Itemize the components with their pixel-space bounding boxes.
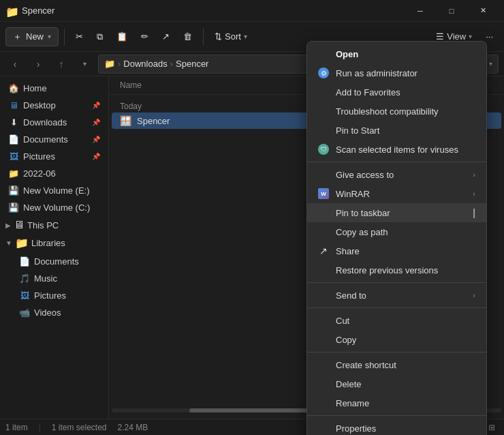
downloads-icon: ⬇ <box>8 117 19 127</box>
ctx-send-to-arrow-icon: › <box>473 291 475 299</box>
ctx-item-pin-start[interactable]: Pin to Start <box>307 121 486 140</box>
ctx-troubleshoot-label: Troubleshoot compatibility <box>336 106 475 117</box>
copy-tool-button[interactable]: ⧉ <box>91 26 108 48</box>
folder-2022-icon: 📁 <box>8 168 19 179</box>
sidebar-item-drive-e[interactable]: 💾 New Volume (E:) <box>3 182 106 198</box>
sidebar-item-lib-videos[interactable]: 📹 Videos <box>3 304 106 320</box>
ctx-item-scan-virus[interactable]: 🛡 Scan selected items for viruses <box>307 140 486 159</box>
sort-chevron-icon: ▾ <box>244 33 247 40</box>
file-windows-icon: 🪟 <box>120 115 131 126</box>
sidebar-section-this-pc[interactable]: ▶ 🖥 This PC <box>0 216 108 234</box>
share-tool-button[interactable]: ↗ <box>157 26 175 48</box>
sidebar-item-2022-06[interactable]: 📁 2022-06 <box>3 165 106 181</box>
ctx-share-icon: ↗ <box>318 245 329 256</box>
back-button[interactable]: ‹ <box>5 55 25 74</box>
ctx-favorites-label: Add to Favorites <box>336 87 475 97</box>
ctx-item-winrar[interactable]: W WinRAR › <box>307 184 486 203</box>
ctx-divider-3 <box>307 308 486 308</box>
sidebar-item-documents[interactable]: 📄 Documents 📌 <box>3 131 106 147</box>
breadcrumb-spencer[interactable]: Spencer <box>176 59 208 69</box>
ctx-item-copy-path[interactable]: Copy as path <box>307 222 486 241</box>
sidebar: 🏠 Home 🖥 Desktop 📌 ⬇ Downloads 📌 📄 Docum… <box>0 76 109 419</box>
ctx-item-give-access[interactable]: Give access to › <box>307 165 486 184</box>
sidebar-item-home[interactable]: 🏠 Home <box>3 80 106 96</box>
new-button[interactable]: ＋ New ▾ <box>5 27 59 46</box>
sidebar-section-libraries[interactable]: ▼ 📁 Libraries <box>0 234 108 252</box>
ctx-item-pin-taskbar[interactable]: Pin to taskbar | <box>307 203 486 222</box>
sidebar-item-pictures[interactable]: 🖼 Pictures 📌 <box>3 148 106 164</box>
sidebar-label-libraries: Libraries <box>31 238 65 248</box>
pin-icon-pictures: 📌 <box>92 153 100 160</box>
sort-button[interactable]: ⇅ Sort ▾ <box>209 26 253 48</box>
forward-button[interactable]: › <box>29 55 48 74</box>
ctx-item-run-as-admin[interactable]: ⚙ Run as administrator <box>307 63 486 82</box>
ctx-item-copy[interactable]: Copy <box>307 330 486 349</box>
ctx-virus-icon: 🛡 <box>318 144 329 155</box>
ctx-properties-icon <box>318 423 329 434</box>
ctx-item-cut[interactable]: Cut <box>307 311 486 330</box>
sidebar-label-desktop: Desktop <box>23 100 56 110</box>
status-divider: | <box>39 423 41 432</box>
sidebar-item-desktop[interactable]: 🖥 Desktop 📌 <box>3 97 106 113</box>
sidebar-label-drive-c: New Volume (C:) <box>23 202 90 213</box>
ctx-pin-taskbar-label: Pin to taskbar <box>336 208 466 218</box>
sidebar-item-downloads[interactable]: ⬇ Downloads 📌 <box>3 114 106 130</box>
ctx-give-access-label: Give access to <box>336 170 466 180</box>
sidebar-label-lib-pictures: Pictures <box>34 290 66 301</box>
view-icon: ☰ <box>436 31 444 42</box>
sidebar-label-lib-videos: Videos <box>34 308 61 318</box>
ctx-pin-taskbar-icon <box>318 207 329 218</box>
sidebar-label-2022-06: 2022-06 <box>23 168 56 179</box>
sidebar-label-home: Home <box>23 83 47 93</box>
ctx-item-delete[interactable]: Delete <box>307 374 486 393</box>
recent-button[interactable]: ▾ <box>75 55 94 74</box>
app-icon: 📁 <box>5 5 16 16</box>
view-label: View <box>447 31 466 42</box>
ctx-item-create-shortcut[interactable]: Create shortcut <box>307 355 486 374</box>
ctx-copy-label: Copy <box>336 335 475 345</box>
ctx-shortcut-icon <box>318 359 329 370</box>
ctx-share-label: Share <box>336 246 475 256</box>
paste-tool-button[interactable]: 📋 <box>111 26 133 48</box>
ctx-pin-start-icon <box>318 125 329 136</box>
minimize-button[interactable]: ─ <box>405 0 436 22</box>
breadcrumb-dropdown-icon[interactable]: ▾ <box>489 60 492 68</box>
ctx-item-share[interactable]: ↗ Share <box>307 241 486 260</box>
ctx-item-properties[interactable]: Properties <box>307 419 486 435</box>
rename-tool-button[interactable]: ✏ <box>136 26 154 48</box>
sidebar-item-lib-pictures[interactable]: 🖼 Pictures <box>3 287 106 303</box>
ctx-winrar-arrow-icon: › <box>473 190 475 198</box>
breadcrumb-downloads[interactable]: Downloads <box>123 59 167 69</box>
ctx-favorites-icon <box>318 87 329 97</box>
cut-tool-button[interactable]: ✂ <box>70 26 89 48</box>
title-bar: 📁 Spencer ─ □ ✕ <box>0 0 504 22</box>
status-count: 1 item <box>5 423 28 432</box>
ctx-item-rename[interactable]: Rename <box>307 393 486 412</box>
toolbar-divider-2 <box>203 29 204 45</box>
sidebar-item-lib-music[interactable]: 🎵 Music <box>3 270 106 286</box>
delete-tool-button[interactable]: 🗑 <box>178 26 198 48</box>
ctx-item-restore-versions[interactable]: Restore previous versions <box>307 260 486 280</box>
close-button[interactable]: ✕ <box>467 0 499 22</box>
ctx-open-icon <box>318 48 329 59</box>
breadcrumb-sep-2: › <box>170 59 173 69</box>
sidebar-item-drive-c[interactable]: 💾 New Volume (C:) <box>3 199 106 215</box>
ctx-item-add-favorites[interactable]: Add to Favorites <box>307 82 486 102</box>
ctx-rename-label: Rename <box>336 398 475 408</box>
ctx-restore-icon <box>318 265 329 275</box>
plus-icon: ＋ <box>13 31 22 43</box>
ctx-item-open[interactable]: Open <box>307 44 486 63</box>
ctx-divider-1 <box>307 162 486 162</box>
maximize-button[interactable]: □ <box>436 0 467 22</box>
ctx-item-send-to[interactable]: Send to › <box>307 286 486 305</box>
ctx-divider-2 <box>307 282 486 283</box>
up-button[interactable]: ↑ <box>52 55 71 74</box>
ctx-copy-path-icon <box>318 226 329 237</box>
desktop-icon: 🖥 <box>8 100 19 110</box>
grid-view-button[interactable]: ⊞ <box>485 421 499 434</box>
sort-icon: ⇅ <box>215 31 222 42</box>
ctx-item-troubleshoot[interactable]: Troubleshoot compatibility <box>307 102 486 121</box>
ctx-troubleshoot-icon <box>318 106 329 117</box>
ctx-virus-label: Scan selected items for viruses <box>336 145 475 155</box>
sidebar-item-lib-documents[interactable]: 📄 Documents <box>3 253 106 269</box>
